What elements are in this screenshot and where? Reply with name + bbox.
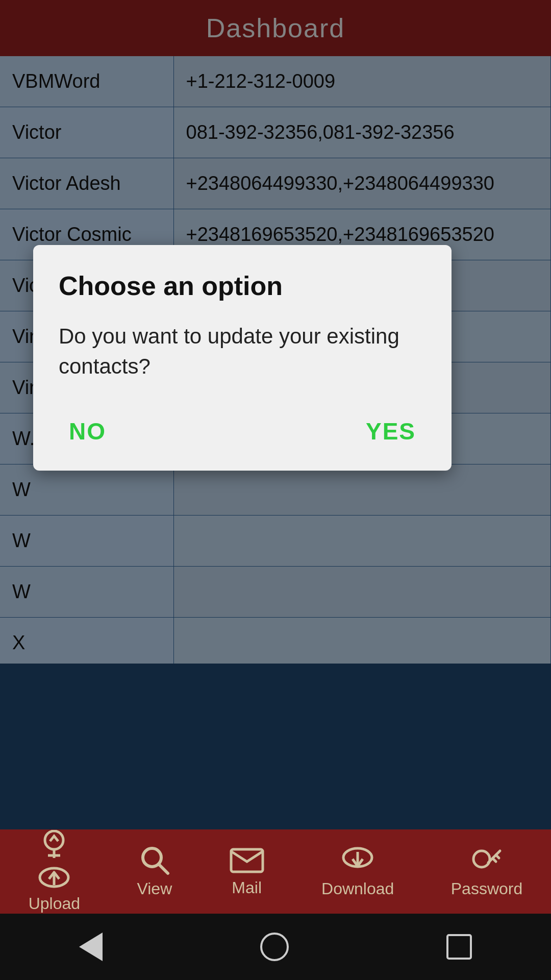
- choose-option-dialog: Choose an option Do you want to update y…: [33, 245, 452, 471]
- nav-item-mail[interactable]: Mail: [229, 846, 265, 897]
- nav-label-view: View: [137, 879, 172, 898]
- home-icon: [260, 933, 289, 961]
- svg-line-4: [159, 864, 168, 873]
- dialog-title: Choose an option: [59, 271, 426, 301]
- svg-line-10: [493, 859, 496, 862]
- back-icon: [79, 933, 103, 961]
- recents-button[interactable]: [446, 934, 472, 960]
- nav-item-view[interactable]: View: [137, 845, 172, 898]
- bottom-nav: Upload View Mail Download P: [0, 829, 551, 914]
- nav-label-download: Download: [321, 879, 394, 898]
- key-icon: [470, 845, 504, 875]
- mail-icon: [229, 846, 265, 874]
- nav-item-download[interactable]: Download: [321, 845, 394, 898]
- nav-label-upload: Upload: [29, 894, 80, 913]
- upload-icon: [36, 860, 72, 890]
- nav-item-password[interactable]: Password: [451, 845, 523, 898]
- dialog-message: Do you want to update your existing cont…: [59, 322, 426, 382]
- svg-point-0: [45, 831, 63, 849]
- system-bar: [0, 914, 551, 980]
- no-button[interactable]: NO: [59, 412, 116, 450]
- back-button[interactable]: [79, 933, 103, 961]
- home-button[interactable]: [260, 933, 289, 961]
- upload-icon: [39, 830, 69, 861]
- nav-item-upload[interactable]: Upload: [29, 830, 80, 913]
- nav-label-password: Password: [451, 879, 523, 898]
- yes-button[interactable]: YES: [356, 412, 426, 450]
- search-icon: [139, 845, 170, 875]
- recents-icon: [446, 934, 472, 960]
- dialog-buttons: NO YES: [59, 412, 426, 450]
- svg-point-8: [473, 851, 490, 867]
- svg-line-9: [496, 855, 499, 858]
- nav-label-mail: Mail: [232, 878, 262, 897]
- download-icon: [340, 845, 375, 875]
